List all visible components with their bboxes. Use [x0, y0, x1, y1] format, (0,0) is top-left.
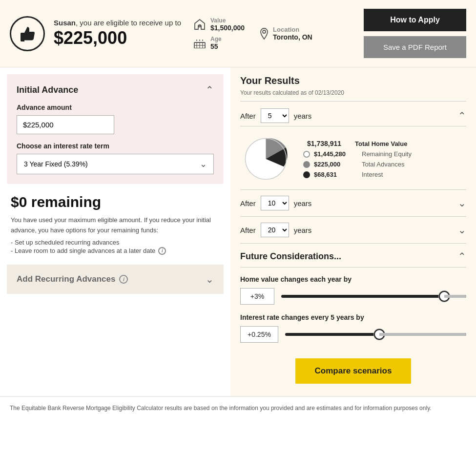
- legend-advances: $225,000 Total Advances: [303, 161, 412, 168]
- remaining-section: $0 remaining You have used your maximum …: [0, 184, 230, 265]
- after-label-10: After: [240, 199, 256, 207]
- compare-row: Compare scenarios: [240, 351, 466, 389]
- value-amount: $1,500,000: [210, 24, 245, 32]
- legend-equity: $1,445,280 Remaining Equity: [303, 150, 412, 158]
- footer-text: The Equitable Bank Reverse Mortgage Elig…: [10, 405, 432, 412]
- recurring-expand-icon[interactable]: ⌄: [206, 273, 214, 285]
- future-header[interactable]: Future Considerations... ⌃: [240, 244, 466, 268]
- home-value-slider-section: Home value changes each year by +3%: [240, 275, 466, 305]
- how-to-apply-button[interactable]: How to Apply: [364, 9, 466, 31]
- age-value: 55: [210, 42, 222, 50]
- interest-rate-select[interactable]: 3 Year Fixed (5.39%) 1 Year Fixed (4.99%…: [17, 154, 214, 174]
- year20-expand-icon[interactable]: ⌄: [458, 224, 466, 236]
- home-value-value-box: +3%: [240, 288, 274, 305]
- recurring-title-row: Add Recurring Advances i: [17, 274, 128, 284]
- after-label-5: After: [240, 112, 256, 120]
- footer: The Equitable Bank Reverse Mortgage Elig…: [0, 396, 476, 419]
- legend-value-total: $1,738,911: [307, 140, 351, 147]
- year20-select[interactable]: 5 10 15 20: [261, 223, 289, 237]
- legend-desc-total: Total Home Value: [355, 140, 407, 147]
- cake-icon: [193, 38, 207, 48]
- info-icon-recurring: i: [119, 275, 128, 284]
- legend-dot-equity: [303, 151, 310, 158]
- header-info-icons: Value $1,500,000 Age 55: [193, 17, 245, 50]
- future-considerations: Future Considerations... ⌃ Home value ch…: [240, 244, 466, 351]
- year5-row-left: After 5 10 15 20 years: [240, 108, 311, 123]
- year10-select[interactable]: 5 10 15 20: [261, 196, 289, 210]
- interest-rate-value-box: +0.25%: [240, 326, 278, 343]
- recurring-title: Add Recurring Advances: [17, 274, 115, 284]
- legend-dot-advances: [303, 161, 310, 168]
- home-value-label: Home value changes each year by: [240, 275, 466, 283]
- year5-select[interactable]: 5 10 15 20: [261, 108, 289, 123]
- location-label: Location: [273, 26, 312, 33]
- years-label-5: years: [294, 112, 312, 120]
- legend-desc-advances: Total Advances: [362, 161, 404, 168]
- home-value-slider-right-track: [444, 295, 466, 298]
- year10-expand-icon[interactable]: ⌄: [458, 197, 466, 209]
- eligibility-suffix: , you are eligible to receive up to: [76, 19, 181, 27]
- home-value-slider-row: +3%: [240, 288, 466, 305]
- year5-row[interactable]: After 5 10 15 20 years ⌃: [240, 103, 466, 126]
- home-value-slider-track[interactable]: [281, 295, 466, 298]
- interest-rate-slider-section: Interest rate changes every 5 years by +…: [240, 313, 466, 343]
- save-pdf-button[interactable]: Save a PDF Report: [364, 36, 466, 58]
- interest-rate-slider-track[interactable]: [285, 333, 466, 336]
- years-label-10: years: [294, 199, 312, 207]
- remaining-item-1: - Set up scheduled recurring advances: [11, 239, 220, 246]
- location-icon: [259, 27, 269, 40]
- year5-collapse-icon[interactable]: ⌃: [458, 110, 466, 122]
- initial-advance-header: Initial Advance ⌃: [17, 84, 214, 96]
- interest-rate-label: Choose an interest rate term: [17, 142, 214, 150]
- legend-desc-interest: Interest: [362, 171, 383, 178]
- legend-interest: $68,631 Interest: [303, 171, 412, 178]
- value-label: Value: [210, 17, 245, 24]
- initial-advance-collapse-icon[interactable]: ⌃: [206, 84, 214, 96]
- legend-value-interest: $68,631: [314, 171, 358, 178]
- chart-legend: $1,738,911 Total Home Value $1,445,280 R…: [303, 140, 412, 178]
- advance-amount-input[interactable]: [17, 115, 114, 134]
- legend-dot-interest: [303, 171, 310, 178]
- eligibility-text: Susan, you are eligible to receive up to…: [54, 19, 181, 48]
- pie-chart: [240, 133, 291, 185]
- interest-select-wrapper: 3 Year Fixed (5.39%) 1 Year Fixed (4.99%…: [17, 154, 214, 174]
- main-content: Initial Advance ⌃ Advance amount Choose …: [0, 67, 476, 396]
- interest-rate-slider-row: +0.25%: [240, 326, 466, 343]
- results-divider-top: [240, 101, 466, 102]
- value-info: Value $1,500,000: [193, 17, 245, 32]
- legend-total-home: $1,738,911 Total Home Value: [303, 140, 412, 147]
- location-value: Toronto, ON: [273, 33, 312, 41]
- advance-amount-label: Advance amount: [17, 103, 214, 111]
- initial-advance-title: Initial Advance: [17, 85, 78, 95]
- recurring-advances-section[interactable]: Add Recurring Advances i ⌄: [7, 265, 224, 294]
- house-icon: [193, 18, 207, 31]
- initial-advance-section: Initial Advance ⌃ Advance amount Choose …: [7, 74, 224, 184]
- after-label-20: After: [240, 226, 256, 234]
- legend-value-advances: $225,000: [314, 161, 358, 168]
- legend-desc-equity: Remaining Equity: [362, 150, 412, 158]
- svg-point-9: [263, 30, 266, 33]
- chart-content: $1,738,911 Total Home Value $1,445,280 R…: [240, 133, 466, 185]
- year10-row-left: After 5 10 15 20 years: [240, 196, 311, 210]
- interest-rate-change-label: Interest rate changes every 5 years by: [240, 313, 466, 321]
- interest-rate-slider-right-track: [379, 333, 466, 336]
- year20-row[interactable]: After 5 10 15 20 years ⌄: [240, 217, 466, 244]
- year10-row[interactable]: After 5 10 15 20 years ⌄: [240, 190, 466, 217]
- future-collapse-icon[interactable]: ⌃: [458, 250, 466, 262]
- header-buttons: How to Apply Save a PDF Report: [364, 9, 466, 58]
- left-panel: Initial Advance ⌃ Advance amount Choose …: [0, 67, 230, 396]
- year5-chart-section: $1,738,911 Total Home Value $1,445,280 R…: [240, 126, 466, 190]
- results-title: Your Results: [240, 75, 466, 86]
- year20-row-left: After 5 10 15 20 years: [240, 223, 311, 237]
- thumbs-up-icon: [10, 16, 45, 51]
- years-label-20: years: [294, 226, 312, 234]
- info-icon-remaining: i: [158, 247, 166, 255]
- age-info: Age 55: [193, 36, 245, 50]
- location-info: Location Toronto, ON: [259, 26, 312, 41]
- user-name: Susan: [54, 19, 76, 27]
- remaining-text-1: You have used your maximum eligible amou…: [11, 215, 220, 236]
- legend-value-equity: $1,445,280: [314, 150, 358, 158]
- future-title: Future Considerations...: [240, 251, 341, 262]
- right-panel: Your Results Your results calculated as …: [230, 67, 476, 396]
- compare-scenarios-button[interactable]: Compare scenarios: [295, 358, 412, 384]
